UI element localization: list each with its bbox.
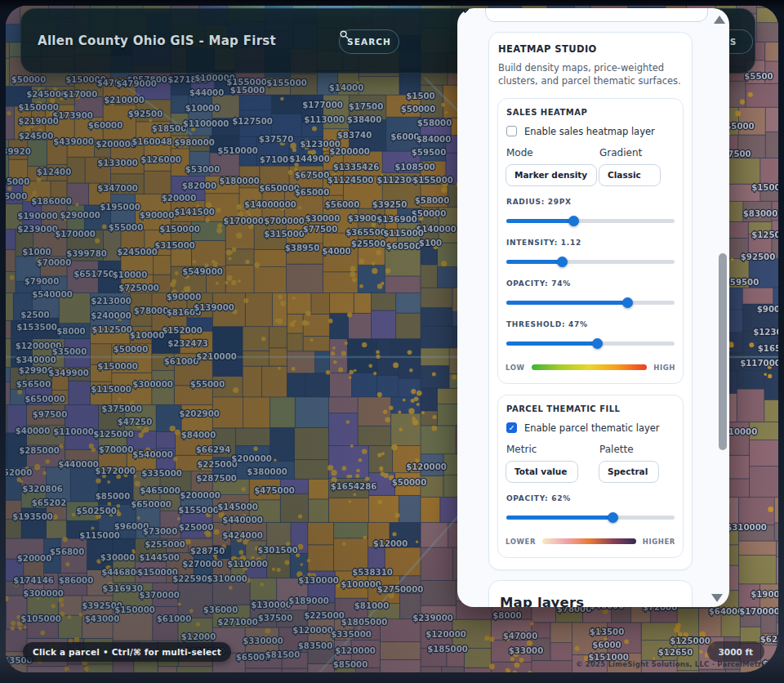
parcel[interactable] — [421, 307, 452, 326]
parcel[interactable] — [765, 132, 778, 158]
parcel[interactable] — [354, 6, 372, 7]
parcel[interactable] — [421, 667, 442, 672]
parcel[interactable] — [6, 230, 16, 250]
parcel[interactable] — [305, 373, 330, 397]
parcel[interactable] — [421, 426, 456, 454]
parcel[interactable] — [765, 42, 778, 61]
parcel[interactable] — [724, 158, 760, 185]
parcel[interactable] — [421, 388, 438, 411]
parcel[interactable] — [6, 433, 7, 467]
parcel[interactable] — [421, 366, 449, 389]
parcel[interactable] — [270, 327, 287, 348]
parcel[interactable] — [270, 397, 296, 428]
enable-sales-heatmap-checkbox[interactable] — [506, 126, 517, 136]
parcel[interactable] — [381, 659, 421, 672]
parcel[interactable] — [333, 522, 368, 538]
parcel[interactable] — [239, 95, 272, 110]
mode-select[interactable]: Marker density — [506, 164, 597, 186]
parcel[interactable] — [738, 555, 776, 583]
parcel[interactable] — [699, 669, 726, 672]
parcel[interactable] — [399, 358, 421, 378]
parcel[interactable] — [243, 366, 261, 397]
metric-select[interactable]: Total value — [506, 461, 578, 483]
search-button[interactable]: SEARCH — [339, 29, 399, 54]
parcel[interactable] — [243, 350, 270, 366]
parcel[interactable] — [69, 381, 91, 404]
parcel[interactable] — [191, 240, 225, 266]
parcel[interactable] — [68, 664, 85, 672]
parcel[interactable] — [330, 373, 352, 397]
parcel[interactable] — [245, 293, 272, 327]
gradient-select[interactable]: Classic — [599, 164, 661, 186]
parcel[interactable] — [369, 495, 399, 522]
parcel[interactable] — [294, 460, 328, 480]
parcel[interactable] — [243, 397, 270, 428]
parcel[interactable] — [6, 520, 21, 538]
parcel[interactable] — [359, 77, 399, 96]
parcel[interactable] — [765, 107, 778, 132]
parcel[interactable] — [330, 293, 354, 314]
parcel[interactable] — [399, 495, 421, 522]
enable-parcel-thematic-checkbox[interactable]: ✓ — [506, 422, 517, 433]
parcel[interactable] — [6, 42, 10, 59]
parcel[interactable] — [85, 664, 113, 672]
parcel[interactable] — [464, 648, 491, 667]
panel-scroll-up-arrow[interactable] — [714, 16, 725, 24]
parcel[interactable] — [287, 264, 323, 293]
parcel[interactable] — [47, 520, 67, 538]
parcel[interactable] — [6, 59, 10, 87]
parcel[interactable] — [742, 288, 773, 304]
parcel[interactable] — [354, 293, 371, 314]
parcel[interactable] — [158, 667, 176, 672]
parcel[interactable] — [272, 114, 302, 136]
parcel[interactable] — [280, 494, 309, 523]
parcel[interactable] — [308, 522, 334, 545]
parcel[interactable] — [176, 667, 212, 672]
parcel[interactable] — [6, 25, 20, 42]
parcel[interactable] — [6, 382, 10, 405]
panel-scrollbar-thumb[interactable] — [719, 253, 727, 450]
parcel[interactable] — [153, 256, 171, 275]
parcel[interactable] — [6, 250, 16, 272]
parcel[interactable] — [309, 479, 329, 499]
parcel[interactable] — [347, 339, 376, 373]
parcel[interactable] — [235, 428, 270, 446]
parcel[interactable] — [315, 351, 330, 373]
parcel[interactable] — [212, 327, 243, 355]
parcel[interactable] — [776, 557, 778, 584]
parcel[interactable] — [153, 607, 178, 641]
parcel[interactable] — [294, 427, 328, 459]
parcel[interactable] — [6, 6, 20, 25]
parcel[interactable] — [287, 333, 303, 351]
parcel-opacity-slider-thumb[interactable] — [608, 512, 618, 523]
parcel[interactable] — [628, 6, 666, 7]
parcel[interactable] — [491, 662, 532, 672]
parcel[interactable] — [333, 538, 368, 571]
parcel[interactable] — [749, 440, 778, 466]
parcel[interactable] — [261, 366, 287, 397]
parcel[interactable] — [245, 668, 282, 672]
parcel[interactable] — [6, 404, 7, 433]
parcel[interactable] — [295, 397, 328, 428]
parcel[interactable] — [396, 293, 421, 314]
parcel[interactable] — [287, 314, 303, 333]
radius-slider-thumb[interactable] — [568, 216, 579, 226]
parcel[interactable] — [756, 23, 778, 42]
parcel[interactable] — [737, 389, 764, 422]
parcel[interactable] — [328, 397, 358, 413]
parcel[interactable] — [351, 373, 376, 397]
threshold-slider[interactable] — [506, 337, 675, 350]
parcel[interactable] — [391, 339, 421, 359]
intensity-slider-thumb[interactable] — [557, 257, 568, 267]
parcel[interactable] — [308, 545, 334, 571]
parcel[interactable] — [737, 370, 764, 389]
heatmap-opacity-slider[interactable] — [506, 297, 675, 309]
parcel[interactable] — [738, 541, 776, 555]
parcel[interactable] — [726, 669, 741, 672]
parcel[interactable] — [464, 667, 491, 672]
parcel[interactable] — [156, 432, 175, 449]
parcel[interactable] — [760, 158, 778, 185]
parcel[interactable] — [396, 313, 421, 339]
parcel[interactable] — [27, 667, 68, 673]
parcel[interactable] — [267, 553, 291, 578]
